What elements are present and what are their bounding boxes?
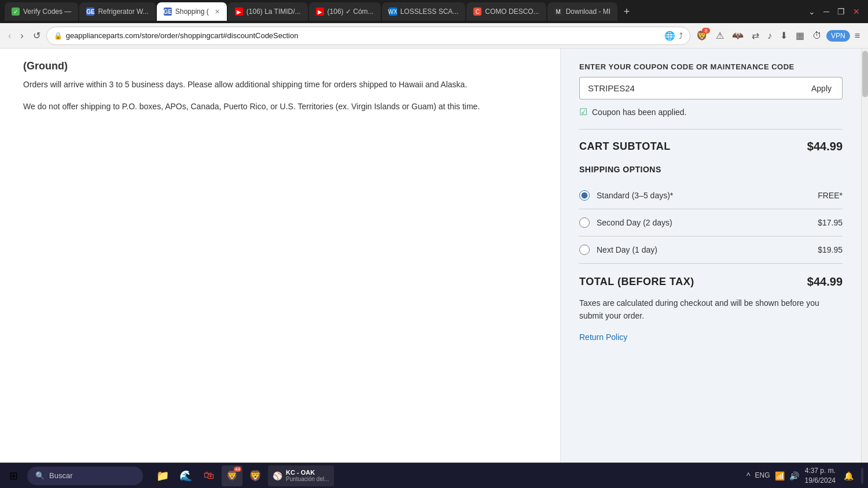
forward-button[interactable]: › (17, 28, 27, 43)
right-panel: ENTER YOUR COUPON CODE OR MAINTENANCE CO… (560, 49, 861, 463)
vpn-button[interactable]: VPN (826, 30, 850, 42)
shipping-option-standard: Standard (3–5 days)* FREE* (579, 182, 843, 209)
lock-icon: 🔒 (54, 32, 62, 40)
search-text: Buscar (49, 471, 72, 480)
shipping-option-price-standard: FREE* (818, 191, 843, 200)
taskbar-app-store[interactable]: 🛍 (198, 465, 219, 486)
close-button[interactable]: ✕ (849, 7, 863, 16)
tab-bar: ✓ Verify Codes — GE Refrigerator W... GE… (0, 0, 868, 23)
tab-favicon-yt1: ▶ (235, 8, 243, 16)
history-button[interactable]: ⏱ (809, 28, 825, 43)
tab-lossless[interactable]: WX LOSSLESS SCA... (382, 2, 466, 21)
brave-shield-button[interactable]: 🦁 8 (693, 28, 711, 43)
coupon-applied-text: Coupon has been applied. (592, 108, 686, 117)
coupon-input[interactable] (579, 77, 801, 99)
total-value: $44.99 (807, 275, 843, 289)
refresh-button[interactable]: ↺ (30, 28, 44, 43)
tab-refrigerator[interactable]: GE Refrigerator W... (79, 2, 155, 21)
brave-rewards-button[interactable]: 🦇 (729, 28, 747, 43)
tab-como[interactable]: C COMO DESCO... (466, 2, 546, 21)
taskbar-search[interactable]: 🔍 Buscar (27, 467, 143, 485)
scrollbar-thumb[interactable] (862, 51, 868, 97)
minimize-button[interactable]: ─ (820, 7, 833, 16)
tab-favicon-yt2: ▶ (316, 8, 324, 16)
shipping-option-label-next-day: Next Day (1 day) (597, 245, 657, 254)
brave-taskbar-icon: 🦁 (226, 470, 238, 481)
tab-label-verify: Verify Codes — (23, 8, 71, 16)
tab-label-yt1: (106) La TIMID/... (247, 8, 301, 16)
notification-center[interactable]: 🔔 (840, 468, 856, 484)
total-label: TOTAL (BEFORE TAX) (579, 276, 694, 288)
left-panel: (Ground) Orders will arrive within 3 to … (0, 49, 560, 463)
total-row: TOTAL (BEFORE TAX) $44.99 (579, 275, 843, 289)
baseball-icon: ⚾ (273, 471, 282, 480)
baseball-score: Puntuación del... (286, 476, 329, 482)
download-mgr-button[interactable]: ⬇ (777, 28, 791, 43)
cart-subtotal-value: $44.99 (807, 140, 843, 153)
brave-notif-badge: 44 (234, 467, 241, 472)
windows-start-button[interactable]: ⊞ (5, 467, 23, 485)
shipping-option-label-standard: Standard (3–5 days)* (597, 191, 673, 200)
return-policy-link[interactable]: Return Policy (579, 332, 627, 342)
tab-verify-codes[interactable]: ✓ Verify Codes — (5, 2, 78, 21)
navigation-bar: ‹ › ↺ 🔒 geapplianceparts.com/store/order… (0, 23, 868, 49)
nav-tools: 🦁 8 ⚠ 🦇 ⇄ ♪ ⬇ ▦ ⏱ VPN ≡ (693, 28, 863, 43)
chevron-up-icon[interactable]: ^ (745, 470, 752, 482)
tab-label-como: COMO DESCO... (485, 8, 539, 16)
share-icon[interactable]: ⤴ (679, 31, 683, 40)
address-bar[interactable]: 🔒 geapplianceparts.com/store/order/shopp… (46, 27, 690, 45)
tab-favicon-verify: ✓ (12, 8, 20, 16)
shipping-radio-second-day[interactable] (579, 217, 590, 228)
music-button[interactable]: ♪ (764, 28, 775, 43)
shipping-radio-standard[interactable] (579, 190, 590, 201)
sync-button[interactable]: ⇄ (748, 28, 763, 43)
taskbar-apps: 📁 🌊 🛍 🦁 44 🦁 ⚾ KC - OAK Puntuación del..… (152, 465, 334, 486)
tab-list-button[interactable]: ⌄ (805, 7, 819, 16)
system-clock[interactable]: 4:37 p. m. 19/6/2024 (805, 466, 836, 486)
tab-close-shopping[interactable]: ✕ (212, 8, 220, 16)
warning-button[interactable]: ⚠ (712, 28, 727, 43)
shipping-option-second-day: Second Day (2 days) $17.95 (579, 209, 843, 236)
translate-icon[interactable]: 🌐 (664, 31, 675, 41)
tax-note: Taxes are calculated during checkout and… (579, 297, 843, 323)
menu-button[interactable]: ≡ (851, 28, 863, 43)
tab-label-shopping: Shopping ( (175, 8, 209, 16)
tab-label-yt2: (106) ✓ Cóm... (328, 8, 374, 16)
window-controls: ⌄ ─ ❐ ✕ (805, 7, 863, 16)
tab-download[interactable]: M Download - MI (547, 2, 617, 21)
taskbar-app-files[interactable]: 📁 (152, 465, 173, 486)
shipping-radio-next-day[interactable] (579, 245, 590, 255)
show-desktop-button[interactable] (861, 468, 863, 484)
back-button[interactable]: ‹ (5, 28, 14, 43)
volume-icon[interactable]: 🔊 (788, 470, 800, 482)
tab-shopping[interactable]: GE Shopping ( ✕ (157, 2, 227, 21)
baseball-widget[interactable]: ⚾ KC - OAK Puntuación del... (268, 465, 334, 486)
taskbar-right: ^ ENG 📶 🔊 4:37 p. m. 19/6/2024 🔔 (745, 466, 863, 486)
tab-yt2[interactable]: ▶ (106) ✓ Cóm... (309, 2, 381, 21)
scrollbar[interactable] (861, 49, 868, 463)
shipping-option-next-day: Next Day (1 day) $19.95 (579, 236, 843, 264)
new-tab-button[interactable]: + (619, 3, 635, 20)
taskbar-app-brave[interactable]: 🦁 44 (222, 465, 242, 486)
wallet-button[interactable]: ▦ (792, 28, 808, 43)
tab-favicon-download: M (554, 8, 562, 16)
tab-favicon-shopping: GE (164, 8, 172, 16)
apply-button[interactable]: Apply (801, 77, 843, 99)
taskbar-app-edge[interactable]: 🌊 (175, 465, 196, 486)
divider-1 (579, 129, 843, 130)
tab-yt1[interactable]: ▶ (106) La TIMID/... (228, 2, 308, 21)
cart-subtotal-row: CART SUBTOTAL $44.99 (579, 140, 843, 153)
page-content: (Ground) Orders will arrive within 3 to … (0, 49, 868, 463)
shipping-option-left-next-day: Next Day (1 day) (579, 245, 657, 255)
tab-label-refrigerator: Refrigerator W... (98, 8, 148, 16)
baseball-teams: KC - OAK (286, 469, 329, 476)
search-icon: 🔍 (35, 471, 45, 480)
restore-button[interactable]: ❐ (834, 7, 848, 16)
shipping-text-2: We do not offer shipping to P.O. boxes, … (23, 100, 537, 113)
taskbar-app-brave2[interactable]: 🦁 (245, 465, 266, 486)
coupon-row: Apply (579, 77, 843, 99)
coupon-label: ENTER YOUR COUPON CODE OR MAINTENANCE CO… (579, 62, 843, 71)
taskbar: ⊞ 🔍 Buscar 📁 🌊 🛍 🦁 44 🦁 ⚾ KC - OAK Puntu… (0, 463, 868, 488)
wifi-icon[interactable]: 📶 (774, 470, 786, 482)
shipping-options-label: SHIPPING OPTIONS (579, 165, 843, 174)
